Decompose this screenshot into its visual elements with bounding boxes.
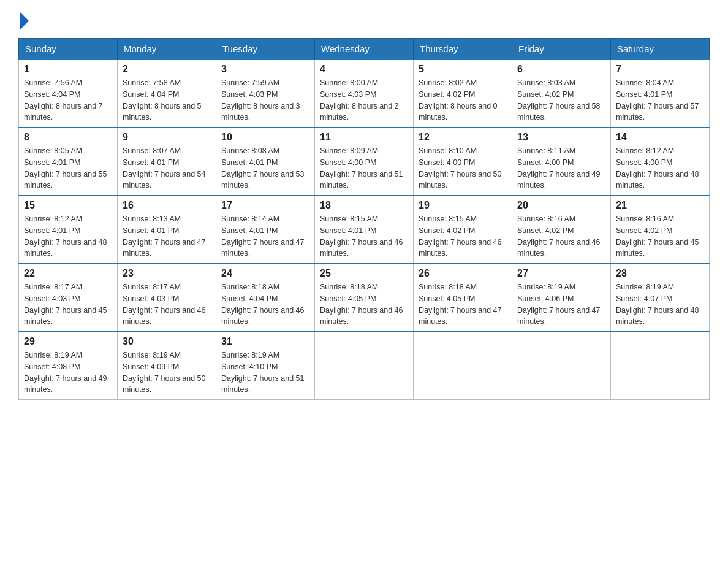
day-number: 13 [517, 132, 605, 143]
day-number: 7 [616, 64, 704, 75]
day-number: 26 [419, 268, 507, 279]
day-info: Sunrise: 8:18 AMSunset: 4:05 PMDaylight:… [320, 282, 408, 327]
day-info: Sunrise: 7:56 AMSunset: 4:04 PMDaylight:… [24, 77, 112, 123]
day-info: Sunrise: 8:03 AMSunset: 4:02 PMDaylight:… [517, 77, 605, 123]
day-number: 9 [123, 132, 211, 143]
calendar-cell: 10 Sunrise: 8:08 AMSunset: 4:01 PMDaylig… [216, 128, 315, 196]
header-saturday: Saturday [611, 39, 710, 60]
day-number: 16 [123, 200, 211, 211]
week-row-5: 29 Sunrise: 8:19 AMSunset: 4:08 PMDaylig… [19, 332, 710, 400]
day-info: Sunrise: 8:14 AMSunset: 4:01 PMDaylight:… [221, 213, 309, 259]
day-number: 24 [221, 268, 309, 279]
day-info: Sunrise: 8:15 AMSunset: 4:01 PMDaylight:… [320, 213, 408, 259]
week-row-3: 15 Sunrise: 8:12 AMSunset: 4:01 PMDaylig… [19, 196, 710, 264]
day-info: Sunrise: 8:19 AMSunset: 4:07 PMDaylight:… [616, 282, 704, 327]
day-info: Sunrise: 8:11 AMSunset: 4:00 PMDaylight:… [517, 145, 605, 191]
day-info: Sunrise: 8:19 AMSunset: 4:09 PMDaylight:… [123, 350, 211, 396]
day-number: 8 [24, 132, 112, 143]
calendar-cell: 3 Sunrise: 7:59 AMSunset: 4:03 PMDayligh… [216, 59, 315, 128]
day-number: 12 [419, 132, 507, 143]
day-info: Sunrise: 8:16 AMSunset: 4:02 PMDaylight:… [517, 213, 605, 259]
day-info: Sunrise: 8:10 AMSunset: 4:00 PMDaylight:… [419, 145, 507, 191]
week-row-2: 8 Sunrise: 8:05 AMSunset: 4:01 PMDayligh… [19, 128, 710, 196]
header-thursday: Thursday [414, 39, 512, 60]
day-number: 3 [221, 64, 309, 75]
day-number: 11 [320, 132, 408, 143]
day-number: 17 [221, 200, 309, 211]
calendar-cell [315, 332, 414, 400]
day-number: 5 [419, 64, 507, 75]
calendar-cell: 16 Sunrise: 8:13 AMSunset: 4:01 PMDaylig… [118, 196, 216, 264]
calendar-cell: 24 Sunrise: 8:18 AMSunset: 4:04 PMDaylig… [216, 264, 315, 332]
day-number: 29 [24, 336, 112, 347]
day-number: 18 [320, 200, 408, 211]
calendar-cell: 30 Sunrise: 8:19 AMSunset: 4:09 PMDaylig… [118, 332, 216, 400]
calendar-cell: 15 Sunrise: 8:12 AMSunset: 4:01 PMDaylig… [19, 196, 118, 264]
day-number: 20 [517, 200, 605, 211]
calendar-cell: 20 Sunrise: 8:16 AMSunset: 4:02 PMDaylig… [512, 196, 611, 264]
calendar-table: Sunday Monday Tuesday Wednesday Thursday… [18, 38, 710, 400]
calendar-cell: 14 Sunrise: 8:12 AMSunset: 4:00 PMDaylig… [611, 128, 710, 196]
logo-triangle-icon [20, 12, 29, 29]
calendar-cell: 18 Sunrise: 8:15 AMSunset: 4:01 PMDaylig… [315, 196, 414, 264]
day-info: Sunrise: 8:00 AMSunset: 4:03 PMDaylight:… [320, 77, 408, 123]
calendar-cell: 12 Sunrise: 8:10 AMSunset: 4:00 PMDaylig… [414, 128, 512, 196]
calendar-cell [512, 332, 611, 400]
day-info: Sunrise: 8:12 AMSunset: 4:01 PMDaylight:… [24, 213, 112, 259]
calendar-cell: 8 Sunrise: 8:05 AMSunset: 4:01 PMDayligh… [19, 128, 118, 196]
calendar-cell: 23 Sunrise: 8:17 AMSunset: 4:03 PMDaylig… [118, 264, 216, 332]
week-row-4: 22 Sunrise: 8:17 AMSunset: 4:03 PMDaylig… [19, 264, 710, 332]
day-number: 10 [221, 132, 309, 143]
day-info: Sunrise: 8:09 AMSunset: 4:00 PMDaylight:… [320, 145, 408, 191]
day-info: Sunrise: 7:58 AMSunset: 4:04 PMDaylight:… [123, 77, 211, 123]
day-info: Sunrise: 7:59 AMSunset: 4:03 PMDaylight:… [221, 77, 309, 123]
header-sunday: Sunday [19, 39, 118, 60]
week-row-1: 1 Sunrise: 7:56 AMSunset: 4:04 PMDayligh… [19, 59, 710, 128]
day-info: Sunrise: 8:18 AMSunset: 4:05 PMDaylight:… [419, 282, 507, 327]
calendar-cell: 11 Sunrise: 8:09 AMSunset: 4:00 PMDaylig… [315, 128, 414, 196]
day-info: Sunrise: 8:16 AMSunset: 4:02 PMDaylight:… [616, 213, 704, 259]
day-number: 6 [517, 64, 605, 75]
day-number: 1 [24, 64, 112, 75]
header-tuesday: Tuesday [216, 39, 315, 60]
day-number: 21 [616, 200, 704, 211]
day-info: Sunrise: 8:18 AMSunset: 4:04 PMDaylight:… [221, 282, 309, 327]
calendar-cell: 7 Sunrise: 8:04 AMSunset: 4:01 PMDayligh… [611, 59, 710, 128]
day-info: Sunrise: 8:07 AMSunset: 4:01 PMDaylight:… [123, 145, 211, 191]
day-number: 15 [24, 200, 112, 211]
weekday-header-row: Sunday Monday Tuesday Wednesday Thursday… [19, 39, 710, 60]
calendar-cell: 9 Sunrise: 8:07 AMSunset: 4:01 PMDayligh… [118, 128, 216, 196]
day-info: Sunrise: 8:15 AMSunset: 4:02 PMDaylight:… [419, 213, 507, 259]
calendar-cell [414, 332, 512, 400]
day-info: Sunrise: 8:19 AMSunset: 4:08 PMDaylight:… [24, 350, 112, 396]
header-wednesday: Wednesday [315, 39, 414, 60]
calendar-cell: 26 Sunrise: 8:18 AMSunset: 4:05 PMDaylig… [414, 264, 512, 332]
calendar-cell: 5 Sunrise: 8:02 AMSunset: 4:02 PMDayligh… [414, 59, 512, 128]
logo [18, 15, 29, 26]
day-info: Sunrise: 8:13 AMSunset: 4:01 PMDaylight:… [123, 213, 211, 259]
day-info: Sunrise: 8:17 AMSunset: 4:03 PMDaylight:… [24, 282, 112, 327]
day-number: 27 [517, 268, 605, 279]
calendar-cell: 31 Sunrise: 8:19 AMSunset: 4:10 PMDaylig… [216, 332, 315, 400]
header-monday: Monday [118, 39, 216, 60]
calendar-cell: 22 Sunrise: 8:17 AMSunset: 4:03 PMDaylig… [19, 264, 118, 332]
day-info: Sunrise: 8:12 AMSunset: 4:00 PMDaylight:… [616, 145, 704, 191]
day-number: 4 [320, 64, 408, 75]
day-info: Sunrise: 8:19 AMSunset: 4:10 PMDaylight:… [221, 350, 309, 396]
day-number: 30 [123, 336, 211, 347]
day-number: 25 [320, 268, 408, 279]
day-number: 22 [24, 268, 112, 279]
calendar-cell: 29 Sunrise: 8:19 AMSunset: 4:08 PMDaylig… [19, 332, 118, 400]
day-info: Sunrise: 8:05 AMSunset: 4:01 PMDaylight:… [24, 145, 112, 191]
day-info: Sunrise: 8:19 AMSunset: 4:06 PMDaylight:… [517, 282, 605, 327]
calendar-cell: 25 Sunrise: 8:18 AMSunset: 4:05 PMDaylig… [315, 264, 414, 332]
calendar-cell: 1 Sunrise: 7:56 AMSunset: 4:04 PMDayligh… [19, 59, 118, 128]
page-header [18, 15, 710, 26]
calendar-cell: 6 Sunrise: 8:03 AMSunset: 4:02 PMDayligh… [512, 59, 611, 128]
day-info: Sunrise: 8:04 AMSunset: 4:01 PMDaylight:… [616, 77, 704, 123]
calendar-cell: 17 Sunrise: 8:14 AMSunset: 4:01 PMDaylig… [216, 196, 315, 264]
day-number: 19 [419, 200, 507, 211]
calendar-cell: 28 Sunrise: 8:19 AMSunset: 4:07 PMDaylig… [611, 264, 710, 332]
day-info: Sunrise: 8:02 AMSunset: 4:02 PMDaylight:… [419, 77, 507, 123]
calendar-cell: 19 Sunrise: 8:15 AMSunset: 4:02 PMDaylig… [414, 196, 512, 264]
